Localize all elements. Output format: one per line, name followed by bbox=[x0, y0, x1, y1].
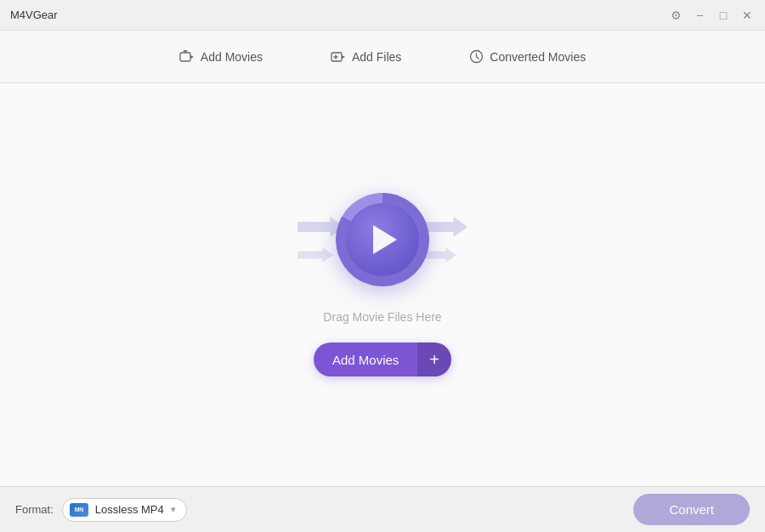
add-files-icon bbox=[331, 50, 346, 64]
add-movies-nav-button[interactable]: Add Movies bbox=[171, 45, 271, 69]
play-triangle-icon bbox=[373, 225, 397, 254]
converted-movies-nav-button[interactable]: Converted Movies bbox=[461, 44, 594, 69]
app-title: M4VGear bbox=[10, 8, 58, 21]
main-content: Drag Movie Files Here Add Movies + bbox=[0, 83, 765, 486]
svg-rect-0 bbox=[180, 53, 190, 61]
chevron-down-icon: ▾ bbox=[171, 504, 176, 515]
play-circle bbox=[336, 193, 429, 286]
convert-button[interactable]: Convert bbox=[633, 494, 750, 525]
format-name: Lossless MP4 bbox=[95, 503, 164, 516]
add-movies-button-plus: + bbox=[417, 342, 451, 376]
illustration bbox=[298, 193, 468, 286]
add-files-nav-button[interactable]: Add Files bbox=[322, 45, 410, 69]
format-dropdown[interactable]: MN Lossless MP4 ▾ bbox=[62, 498, 187, 522]
converted-movies-nav-label: Converted Movies bbox=[490, 50, 586, 64]
add-movies-nav-label: Add Movies bbox=[201, 50, 263, 64]
format-label: Format: bbox=[15, 503, 54, 516]
maximize-icon[interactable]: □ bbox=[716, 8, 731, 23]
add-movies-icon bbox=[179, 50, 195, 64]
window-controls: ⚙ − □ ✕ bbox=[668, 8, 755, 23]
title-bar: M4VGear ⚙ − □ ✕ bbox=[0, 0, 765, 31]
arrow-left-bottom bbox=[298, 247, 333, 263]
add-files-nav-label: Add Files bbox=[352, 50, 401, 64]
toolbar: Add Movies Add Files Converted Movies bbox=[0, 31, 765, 83]
minimize-icon[interactable]: − bbox=[692, 8, 707, 23]
format-section: Format: MN Lossless MP4 ▾ bbox=[15, 498, 187, 522]
add-movies-button[interactable]: Add Movies + bbox=[314, 342, 451, 376]
settings-icon[interactable]: ⚙ bbox=[668, 8, 683, 23]
bottom-bar: Format: MN Lossless MP4 ▾ Convert bbox=[0, 486, 765, 532]
close-icon[interactable]: ✕ bbox=[740, 8, 755, 23]
add-movies-button-label: Add Movies bbox=[314, 344, 417, 376]
converted-movies-icon bbox=[469, 49, 484, 64]
drag-text: Drag Movie Files Here bbox=[323, 310, 441, 324]
format-icon: MN bbox=[70, 503, 88, 517]
